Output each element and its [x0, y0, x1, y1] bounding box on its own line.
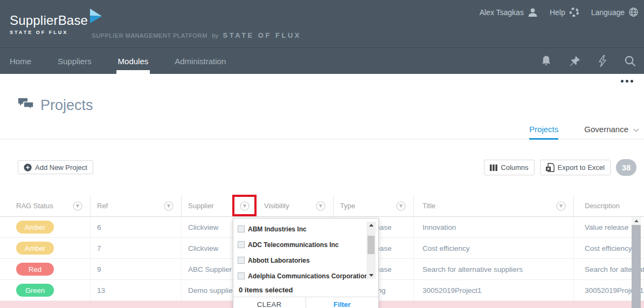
ref-cell: 9: [91, 259, 182, 279]
title-cell: Innovation: [414, 217, 574, 237]
bell-icon[interactable]: [541, 55, 551, 67]
record-count-badge: 38: [616, 159, 636, 176]
scrollbar-thumb[interactable]: [632, 225, 641, 308]
export-to-excel-button[interactable]: Export to Excel: [540, 160, 611, 175]
tagline-brand: STATE OF FLUX: [223, 31, 301, 39]
tagline-platform: SUPPLIER MANAGEMENT PLATFORM: [92, 32, 207, 39]
tab-governance[interactable]: Governance: [584, 120, 639, 139]
help-ring-icon: [569, 7, 579, 17]
col-rag-status: RAG Status: [16, 202, 53, 210]
checkbox[interactable]: [238, 241, 245, 248]
plus-circle-icon: [24, 163, 32, 172]
filter-funnel-icon: [240, 201, 250, 211]
title-filter-button[interactable]: [556, 201, 566, 211]
rag-status-filter-button[interactable]: [73, 201, 82, 211]
page-title: Projects: [40, 97, 93, 114]
filter-funnel-icon: [164, 201, 174, 211]
pin-icon[interactable]: [569, 56, 580, 67]
tab-projects[interactable]: Projects: [529, 120, 558, 139]
more-options-button[interactable]: [621, 80, 633, 83]
help-menu[interactable]: Help: [550, 7, 579, 17]
columns-label: Columns: [501, 163, 528, 172]
checkbox[interactable]: [238, 257, 245, 264]
logo-subtitle: STATE OF FLUX: [10, 30, 103, 35]
main-nav: Home Suppliers Modules Administration: [0, 47, 644, 74]
filter-option-label: Adelphia Communications Corporation: [248, 272, 368, 280]
search-icon[interactable]: [625, 56, 636, 67]
tab-governance-label: Governance: [584, 125, 628, 134]
lightning-icon[interactable]: [598, 55, 607, 67]
checkbox[interactable]: [238, 225, 245, 232]
supplierbase-logo[interactable]: SupplierBase STATE OF FLUX: [10, 13, 103, 35]
col-type: Type: [340, 202, 355, 210]
chat-bubbles-icon: [18, 97, 34, 114]
filter-option[interactable]: ADC Telecommunications Inc: [238, 237, 361, 252]
nav-item-suppliers[interactable]: Suppliers: [58, 48, 92, 74]
type-filter-button[interactable]: [396, 201, 406, 211]
filter-option[interactable]: ABM Industries Inc: [238, 221, 361, 237]
ref-cell: 13: [91, 280, 182, 300]
dropdown-footer: CLEAR Filter: [233, 297, 378, 308]
nav-item-home[interactable]: Home: [10, 48, 31, 74]
app-header: SupplierBase STATE OF FLUX SUPPLIER MANA…: [0, 0, 644, 47]
rag-status-badge: Amber: [16, 242, 54, 255]
user-menu[interactable]: Alex Tsagkas: [480, 8, 538, 17]
col-visibility: Visibility: [264, 202, 289, 210]
chevron-down-icon[interactable]: [633, 128, 639, 132]
title-cell: Search for alternative suppliers: [414, 259, 574, 279]
add-new-project-label: Add New Project: [35, 163, 87, 172]
triangle-down-icon: [369, 274, 373, 277]
help-label: Help: [550, 8, 565, 17]
table-header-row: RAG Status Ref Supplier Visibility: [0, 195, 644, 217]
table-scrollbar[interactable]: [632, 217, 641, 308]
excel-file-icon: [546, 163, 555, 172]
filter-options-list: ABM Industries Inc ADC Telecommunication…: [233, 218, 378, 283]
filter-apply-button[interactable]: Filter: [306, 297, 379, 308]
columns-icon: [490, 164, 497, 172]
col-description: Description: [585, 202, 620, 210]
filter-option[interactable]: Adelphia Communications Corporation: [238, 268, 361, 283]
supplier-filter-button[interactable]: [240, 201, 250, 211]
tab-bar: Projects Governance: [0, 120, 644, 139]
language-label: Language: [591, 8, 625, 17]
logo-text: SupplierBase: [10, 13, 88, 28]
rag-status-badge: Amber: [16, 221, 54, 234]
filter-funnel-icon: [556, 201, 566, 211]
nav-item-modules[interactable]: Modules: [118, 48, 149, 74]
tab-projects-label: Projects: [529, 125, 558, 134]
language-menu[interactable]: Language: [591, 7, 639, 17]
filter-funnel-icon: [73, 201, 82, 211]
clear-button[interactable]: CLEAR: [233, 297, 306, 308]
user-name: Alex Tsagkas: [480, 8, 524, 17]
filter-option[interactable]: Abbott Laboratories: [238, 252, 361, 268]
title-cell: 30052019Project1: [414, 280, 574, 300]
filter-funnel-icon: [316, 201, 326, 211]
rag-status-badge: Red: [16, 263, 54, 276]
ref-cell: 6: [91, 217, 182, 237]
add-new-project-button[interactable]: Add New Project: [18, 160, 93, 174]
export-to-excel-label: Export to Excel: [558, 163, 605, 172]
ref-cell: 7: [91, 238, 182, 258]
scroll-up-button[interactable]: [366, 222, 376, 229]
columns-button[interactable]: Columns: [484, 160, 534, 175]
triangle-up-icon: [369, 224, 373, 227]
supplier-filter-dropdown: ABM Industries Inc ADC Telecommunication…: [233, 218, 379, 308]
items-selected-summary: 0 items selected: [233, 283, 378, 297]
scrollbar-thumb[interactable]: [368, 236, 375, 254]
platform-tagline: SUPPLIER MANAGEMENT PLATFORM by STATE OF…: [92, 30, 301, 40]
col-ref: Ref: [97, 202, 108, 210]
dropdown-scrollbar[interactable]: [366, 222, 376, 279]
visibility-filter-button[interactable]: [316, 201, 326, 211]
tagline-by: by: [212, 32, 219, 39]
col-title: Title: [423, 202, 435, 210]
triangle-up-icon: [634, 220, 639, 222]
filter-option-label: ADC Telecommunications Inc: [248, 241, 338, 249]
scroll-up-button[interactable]: [632, 217, 641, 225]
user-icon: [528, 8, 538, 17]
ref-filter-button[interactable]: [164, 201, 174, 211]
checkbox[interactable]: [238, 272, 245, 279]
filter-option-label: ABM Industries Inc: [248, 225, 307, 233]
nav-item-administration[interactable]: Administration: [175, 48, 226, 74]
scroll-down-button[interactable]: [366, 272, 376, 279]
ellipsis-icon: [621, 80, 624, 83]
